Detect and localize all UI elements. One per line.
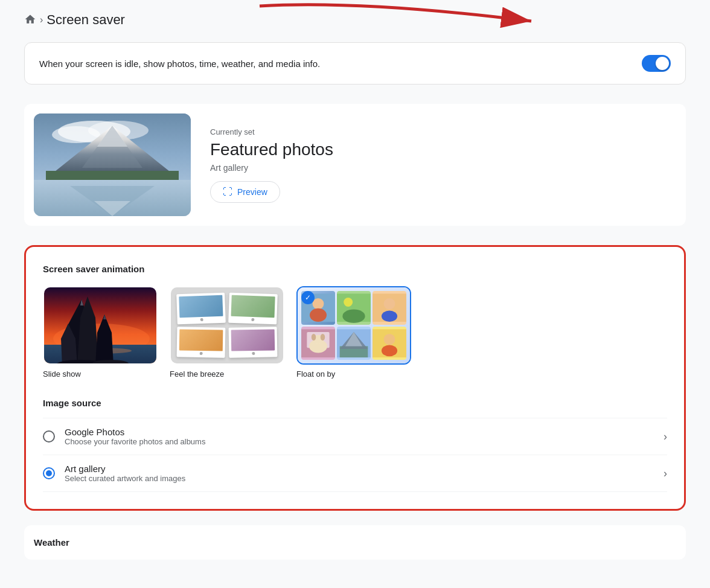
- toggle-banner: When your screen is idle, show photos, t…: [24, 42, 686, 85]
- art-gallery-text: Art gallery Select curated artwork and i…: [65, 464, 664, 483]
- google-photos-label: Google Photos: [65, 427, 664, 437]
- art-gallery-label: Art gallery: [65, 464, 664, 474]
- svg-point-25: [313, 298, 324, 310]
- animation-option-slideshow[interactable]: Slide show: [43, 286, 158, 379]
- art-gallery-chevron-icon: ›: [664, 467, 667, 480]
- svg-point-26: [310, 308, 327, 322]
- screen-saver-animation-section: Screen saver animation: [43, 264, 667, 379]
- google-photos-sublabel: Choose your favorite photos and albums: [65, 437, 664, 446]
- breeze-card-2: [228, 293, 278, 325]
- svg-point-38: [321, 333, 325, 340]
- currently-set-title: Featured photos: [210, 140, 333, 159]
- breeze-label: Feel the breeze: [170, 369, 224, 379]
- breeze-card-1: [176, 293, 226, 325]
- breeze-card-4: [229, 327, 278, 357]
- svg-point-29: [342, 310, 365, 323]
- float-label: Float on by: [296, 369, 335, 379]
- image-source-google-photos[interactable]: Google Photos Choose your favorite photo…: [43, 418, 667, 455]
- currently-set-info: Currently set Featured photos Art galler…: [210, 127, 333, 203]
- animation-section-title: Screen saver animation: [43, 264, 667, 274]
- google-photos-chevron-icon: ›: [664, 430, 667, 443]
- slideshow-label: Slide show: [43, 369, 81, 379]
- preview-button-label: Preview: [237, 187, 267, 197]
- preview-expand-icon: ⛶: [223, 187, 232, 197]
- selected-checkmark: ✓: [301, 291, 315, 304]
- svg-point-31: [384, 298, 395, 310]
- google-photos-text: Google Photos Choose your favorite photo…: [65, 427, 664, 446]
- svg-point-44: [384, 333, 395, 345]
- slideshow-thumbnail: [43, 286, 158, 365]
- float-collage: [300, 290, 408, 361]
- svg-rect-8: [46, 171, 179, 180]
- screen-saver-settings-section: Screen saver animation: [24, 245, 686, 511]
- art-gallery-radio: [43, 467, 55, 479]
- animation-option-breeze[interactable]: Feel the breeze: [170, 286, 284, 379]
- home-icon[interactable]: [24, 13, 36, 27]
- currently-set-label: Currently set: [210, 127, 333, 136]
- currently-set-section: Currently set Featured photos Art galler…: [24, 104, 686, 226]
- animation-option-float[interactable]: ✓: [296, 286, 411, 379]
- svg-point-32: [382, 310, 397, 322]
- screensaver-preview-image: [34, 113, 191, 216]
- google-photos-radio: [43, 430, 55, 443]
- toggle-thumb: [656, 57, 669, 70]
- screen-saver-toggle[interactable]: [642, 55, 671, 72]
- animation-options: Slide show: [43, 286, 667, 379]
- image-source-section: Image source Google Photos Choose your f…: [43, 398, 667, 492]
- page-title: Screen saver: [46, 12, 125, 28]
- weather-section: Weather: [24, 525, 686, 560]
- image-source-title: Image source: [43, 398, 667, 408]
- currently-set-subtitle: Art gallery: [210, 163, 333, 173]
- breeze-thumbnail: [170, 286, 284, 365]
- float-thumbnail: ✓: [296, 286, 411, 365]
- weather-title: Weather: [34, 537, 676, 548]
- toggle-banner-text: When your screen is idle, show photos, t…: [39, 59, 320, 69]
- breadcrumb: › Screen saver: [24, 12, 686, 28]
- preview-button[interactable]: ⛶ Preview: [210, 181, 280, 203]
- breeze-card-3: [177, 327, 226, 357]
- svg-point-37: [312, 333, 316, 340]
- svg-point-45: [382, 345, 397, 356]
- svg-point-28: [344, 298, 353, 307]
- breadcrumb-chevron-icon: ›: [40, 14, 43, 25]
- image-source-art-gallery[interactable]: Art gallery Select curated artwork and i…: [43, 455, 667, 492]
- art-gallery-sublabel: Select curated artwork and images: [65, 474, 664, 483]
